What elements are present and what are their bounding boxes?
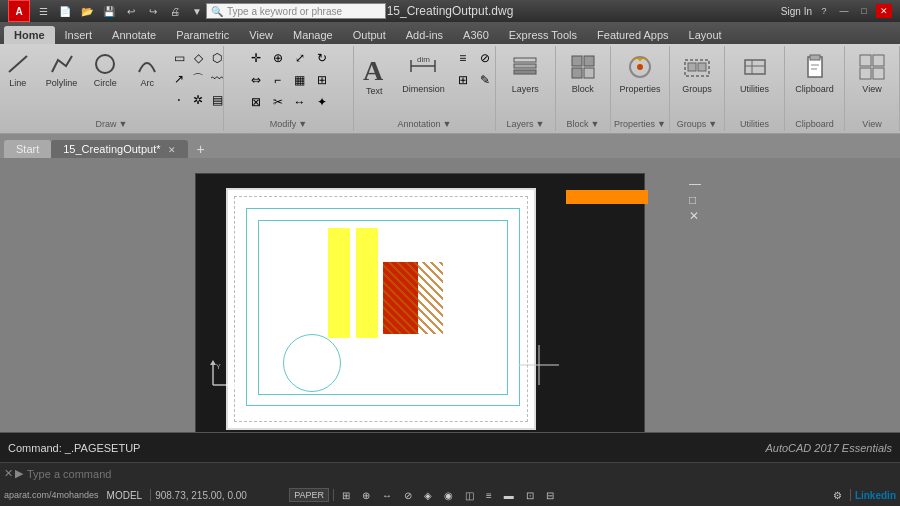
tab-output[interactable]: Output [343,26,396,44]
tab-document[interactable]: 15_CreatingOutput* ✕ [51,140,187,158]
block-expand[interactable]: ▼ [590,119,599,129]
layers-expand[interactable]: ▼ [535,119,544,129]
status-settings[interactable]: ⚙ [829,490,846,501]
maximize-btn[interactable]: □ [856,4,872,18]
annotation-expand[interactable]: ▼ [443,119,452,129]
status-snap[interactable]: ⊕ [358,490,374,501]
tool-utilities[interactable]: Utilities [734,48,776,98]
qa-redo[interactable]: ↪ [144,2,162,20]
draw-tool-2[interactable]: ◇ [188,48,208,68]
properties-expand[interactable]: ▼ [657,119,666,129]
tab-view[interactable]: View [239,26,283,44]
status-lw[interactable]: ▬ [500,490,518,501]
tab-manage[interactable]: Manage [283,26,343,44]
status-grid[interactable]: ⊞ [338,490,354,501]
tool-line[interactable]: Line [0,48,38,92]
tool-circle[interactable]: Circle [85,48,125,92]
status-otrack[interactable]: ◉ [440,490,457,501]
modify-erase[interactable]: ⊠ [246,92,266,112]
tool-block[interactable]: Block [562,48,604,98]
tab-featured[interactable]: Featured Apps [587,26,679,44]
tab-home[interactable]: Home [4,26,55,44]
tool-properties[interactable]: Properties [613,48,666,98]
draw-tool-7[interactable]: ⋅ [169,90,189,110]
modify-stretch[interactable]: ⤢ [290,48,310,68]
tab-insert[interactable]: Insert [55,26,103,44]
tab-layout[interactable]: Layout [679,26,732,44]
tool-text[interactable]: A Text [354,48,394,100]
work-area: Y X — □ ✕ [0,158,900,432]
tab-start[interactable]: Start [4,140,51,158]
qa-open[interactable]: 📂 [78,2,96,20]
status-polar[interactable]: ⊘ [400,490,416,501]
crosshair-svg [519,345,559,385]
tab-parametric[interactable]: Parametric [166,26,239,44]
modify-expand[interactable]: ▼ [298,119,307,129]
modify-explode[interactable]: ✦ [312,92,332,112]
draw-expand[interactable]: ▼ [119,119,128,129]
qa-print[interactable]: 🖨 [166,2,184,20]
tab-close-btn[interactable]: ✕ [168,145,176,155]
help-btn[interactable]: ? [816,4,832,18]
tabs-bar: Start 15_CreatingOutput* ✕ + [0,134,900,158]
tool-view[interactable]: View [851,48,893,98]
tool-polyline[interactable]: Polyline [40,48,84,92]
tab-annotate[interactable]: Annotate [102,26,166,44]
modify-trim[interactable]: ✂ [268,92,288,112]
tool-layers[interactable]: Layers [504,48,546,98]
minimize-btn[interactable]: — [836,4,852,18]
tool-dimension[interactable]: dim Dimension [396,48,451,98]
ribbon-group-view: View View [845,46,900,131]
modify-array[interactable]: ▦ [290,70,310,90]
ann-tool-1[interactable]: ≡ [453,48,473,68]
modify-mirror[interactable]: ⇔ [246,70,266,90]
minimize-panel[interactable]: — [689,177,701,191]
autocad-logo[interactable]: A [8,0,30,22]
tool-arc[interactable]: Arc [127,48,167,92]
tab-add-btn[interactable]: + [192,140,210,158]
modify-scale[interactable]: ⊞ [312,70,332,90]
command-input[interactable] [23,468,896,480]
modify-fillet[interactable]: ⌐ [268,70,288,90]
status-ortho[interactable]: ↔ [378,490,396,501]
status-sel[interactable]: ⊟ [542,490,558,501]
status-dyn[interactable]: ≡ [482,490,496,501]
status-model[interactable]: MODEL [103,490,147,501]
status-osnap[interactable]: ◈ [420,490,436,501]
tool-groups[interactable]: Groups [676,48,718,98]
restore-panel[interactable]: □ [689,193,701,207]
tool-clipboard[interactable]: Clipboard [789,48,840,98]
status-transp[interactable]: ⊡ [522,490,538,501]
cmd-close-icon[interactable]: ✕ [4,467,13,480]
qa-save[interactable]: 💾 [100,2,118,20]
ann-tool-2[interactable]: ⊘ [475,48,495,68]
ann-tool-4[interactable]: ✎ [475,70,495,90]
paper-mode-btn[interactable]: PAPER [289,488,329,502]
qa-undo[interactable]: ↩ [122,2,140,20]
qa-dropdown[interactable]: ▼ [188,2,206,20]
status-ducs[interactable]: ◫ [461,490,478,501]
modify-move[interactable]: ✛ [246,48,266,68]
modify-rotate[interactable]: ↻ [312,48,332,68]
modify-copy[interactable]: ⊕ [268,48,288,68]
svg-rect-8 [514,64,536,68]
qa-new[interactable]: 📄 [56,2,74,20]
cmd-play-icon[interactable]: ▶ [15,467,23,480]
modify-extend[interactable]: ↔ [290,92,310,112]
groups-expand[interactable]: ▼ [708,119,717,129]
tab-express[interactable]: Express Tools [499,26,587,44]
tab-a360[interactable]: A360 [453,26,499,44]
signin-label[interactable]: Sign In [781,6,812,17]
canvas-wrapper: Y X — □ ✕ [0,158,900,432]
draw-tool-5[interactable]: ⌒ [188,69,208,89]
draw-tool-8[interactable]: ✲ [188,90,208,110]
draw-tool-4[interactable]: ↗ [169,69,189,89]
draw-tool-1[interactable]: ▭ [169,48,189,68]
ribbon-group-modify: ✛ ⊕ ⤢ ↻ ⇔ ⌐ ▦ ⊞ ⊠ ✂ ↔ ✦ Modify ▼ [224,46,354,131]
qa-menu[interactable]: ☰ [34,2,52,20]
tab-addins[interactable]: Add-ins [396,26,453,44]
close-panel[interactable]: ✕ [689,209,701,223]
close-btn[interactable]: ✕ [876,4,892,18]
title-search-box[interactable]: 🔍 Type a keyword or phrase [206,3,386,19]
ann-tool-3[interactable]: ⊞ [453,70,473,90]
